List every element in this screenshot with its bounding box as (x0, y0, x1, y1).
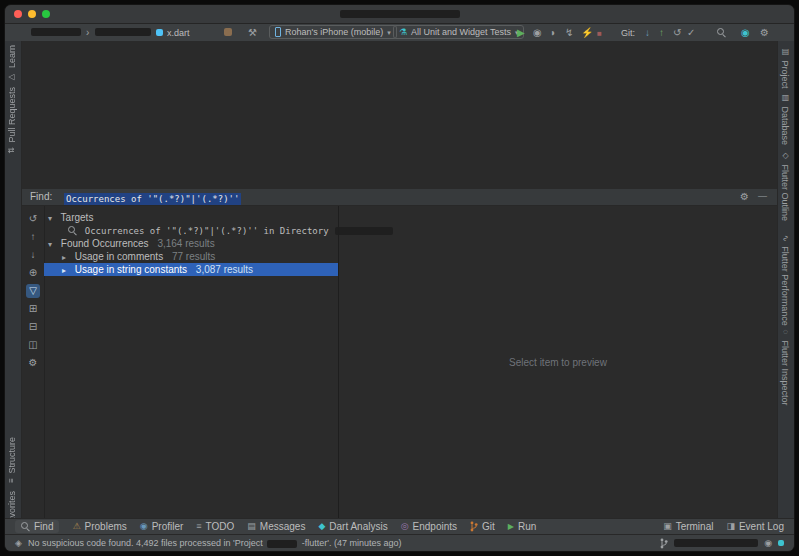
tree-label: Usage in comments (75, 251, 163, 262)
sidebar-item-flutter-inspector[interactable]: ◌ Flutter Inspector (780, 325, 790, 406)
tree-node-found-occurrences[interactable]: ▾ Found Occurrences 3,164 results (48, 237, 215, 250)
results-settings-gear-icon[interactable]: ⚙ (26, 356, 40, 370)
chevron-down-icon[interactable]: ▾ (48, 238, 58, 251)
sidebar-item-flutter-performance[interactable]: ∿ Flutter Performance (780, 233, 790, 326)
stop-button[interactable]: ■ (597, 28, 602, 39)
result-count: 77 results (172, 251, 215, 262)
zoom-window-button[interactable] (42, 10, 50, 18)
find-results-panel: ↺ ↑ ↓ ⊕ ▽ ⊞ ⊟ ◫ ⚙ ▾ Targets Occurrences … (22, 206, 777, 518)
close-window-button[interactable] (14, 10, 22, 18)
vcs-update-icon[interactable]: ↓ (645, 27, 650, 38)
vcs-push-icon[interactable]: ↑ (659, 27, 664, 38)
toolwindow-label: Endpoints (413, 521, 457, 532)
inspections-widget-icon[interactable]: ◈ (15, 539, 22, 548)
sidebar-item-pull-requests[interactable]: ⇅ Pull Requests (7, 87, 17, 156)
todo-icon: ≡ (196, 522, 201, 531)
find-query-text: Occurrences of '"(.*?)"|'(.*?)'' (64, 193, 241, 205)
status-message: No suspicious code found. 4,492 files pr… (28, 538, 402, 548)
phone-icon (275, 27, 281, 37)
locate-icon[interactable]: ⊕ (26, 266, 40, 280)
chevron-down-icon[interactable]: ▾ (48, 212, 58, 225)
notifications-bell-icon[interactable]: ◉ (764, 539, 772, 548)
result-count: 3,164 results (157, 238, 214, 249)
toolwindow-run[interactable]: ▶ Run (508, 521, 537, 532)
stripe-label: Flutter Outline (780, 165, 790, 222)
toolwindow-messages[interactable]: ▤ Messages (247, 521, 305, 532)
hot-reload-button[interactable]: ⚡ (581, 27, 593, 38)
find-input[interactable]: Occurrences of '"(.*?)"|'(.*?)'' (64, 191, 241, 205)
previous-occurrence-icon[interactable]: ↑ (26, 230, 40, 244)
tree-label: Targets (61, 212, 94, 223)
run-button[interactable]: ▶ (517, 27, 525, 38)
tool-window-bar: Find ⚠ Problems ◉ Profiler ≡ TODO ▤ Mess… (5, 518, 794, 534)
chevron-down-icon: ▾ (387, 29, 391, 36)
search-everywhere-icon[interactable] (717, 28, 726, 37)
device-selector[interactable]: Rohan's iPhone (mobile) ▾ (269, 25, 397, 39)
collapse-all-icon[interactable]: ⊟ (26, 320, 40, 334)
toolwindow-profiler[interactable]: ◉ Profiler (140, 521, 184, 532)
tree-node-usage-strings-selected[interactable]: ▸ Usage in string constants 3,087 result… (44, 263, 338, 276)
sidebar-item-database[interactable]: ▥ Database (780, 91, 790, 145)
stripe-label: Structure (7, 437, 17, 474)
toolwindow-terminal[interactable]: ▣ Terminal (663, 521, 713, 532)
find-settings-gear-icon[interactable]: ⚙ (740, 192, 749, 202)
hide-panel-icon[interactable]: — (758, 192, 767, 201)
debug-button[interactable]: ◉ (533, 27, 542, 38)
settings-gear-icon[interactable]: ⚙ (760, 27, 769, 38)
toolwindow-dart-analysis[interactable]: ◆ Dart Analysis (318, 521, 387, 532)
sidebar-item-project[interactable]: ▤ Project (780, 45, 790, 89)
next-occurrence-icon[interactable]: ↓ (26, 248, 40, 262)
toolwindow-problems[interactable]: ⚠ Problems (72, 521, 126, 532)
run-config-label: All Unit and Widget Tests (411, 27, 511, 37)
toolwindow-event-log[interactable]: ◨ Event Log (726, 521, 784, 532)
device-selector-label: Rohan's iPhone (mobile) (285, 27, 383, 37)
toolwindow-label: Messages (260, 521, 306, 532)
toolwindow-find[interactable]: Find (15, 520, 59, 533)
event-log-icon: ◨ (726, 522, 735, 531)
preview-pane: Select item to preview (339, 206, 777, 518)
problems-icon: ⚠ (72, 522, 80, 531)
filter-icon[interactable]: ▽ (26, 284, 40, 298)
status-indicator-icon[interactable] (778, 540, 784, 546)
run-config-selector[interactable]: ⚗ All Unit and Widget Tests ▾ (393, 25, 524, 39)
breadcrumb-file[interactable]: x.dart (167, 28, 190, 38)
find-header: Find: Occurrences of '"(.*?)"|'(.*?)'' ⚙… (22, 189, 777, 206)
sidebar-item-learn[interactable]: ▷ Learn (7, 45, 17, 84)
minimize-window-button[interactable] (28, 10, 36, 18)
right-tool-stripe: ▤ Project ▥ Database ◇ Flutter Outline ∿… (777, 41, 794, 518)
avatar-icon[interactable] (224, 28, 232, 36)
vcs-commit-check-icon[interactable]: ✓ (687, 27, 695, 38)
build-hammer-icon[interactable]: ⚒ (248, 27, 257, 38)
sidebar-item-structure[interactable]: ≡ Structure (7, 437, 17, 485)
rerun-search-icon[interactable]: ↺ (26, 212, 40, 226)
git-toolbar-label: Git: (621, 28, 635, 38)
stripe-label: Flutter Inspector (780, 341, 790, 406)
structure-icon: ≡ (8, 478, 16, 483)
toolwindow-todo[interactable]: ≡ TODO (196, 521, 234, 532)
branch-name-redacted[interactable] (674, 539, 758, 547)
tree-label: Occurrences of '"(.*?)"|'(.*?)'' in Dire… (85, 226, 329, 236)
expand-all-icon[interactable]: ⊞ (26, 302, 40, 316)
editor-area[interactable] (22, 41, 777, 189)
tree-node-usage-comments[interactable]: ▸ Usage in comments 77 results (62, 250, 215, 263)
toolwindow-endpoints[interactable]: ◎ Endpoints (401, 521, 457, 532)
stripe-label: Database (780, 107, 790, 146)
preview-toggle-icon[interactable]: ◫ (26, 338, 40, 352)
tree-node-targets[interactable]: ▾ Targets (48, 211, 93, 224)
profile-button[interactable]: ◑ (549, 27, 555, 38)
flutter-device-icon[interactable]: ◉ (741, 27, 750, 38)
attach-debugger-button[interactable]: ↯ (565, 27, 573, 38)
vcs-history-icon[interactable]: ↺ (673, 27, 681, 38)
main-toolbar: › x.dart ⚒ Rohan's iPhone (mobile) ▾ ⚗ A… (5, 24, 794, 42)
chevron-right-icon[interactable]: ▸ (62, 264, 72, 277)
flutter-outline-icon: ◇ (781, 151, 789, 160)
pull-requests-icon: ⇅ (8, 147, 16, 154)
toolwindow-git[interactable]: Git (470, 521, 495, 532)
status-message-before: No suspicious code found. 4,492 files pr… (28, 538, 263, 548)
sidebar-item-flutter-outline[interactable]: ◇ Flutter Outline (780, 149, 790, 221)
git-branch-icon[interactable] (660, 538, 668, 549)
endpoints-icon: ◎ (401, 522, 409, 531)
toolwindow-label: Run (518, 521, 536, 532)
terminal-icon: ▣ (663, 522, 672, 531)
breadcrumb-redacted (95, 28, 151, 36)
